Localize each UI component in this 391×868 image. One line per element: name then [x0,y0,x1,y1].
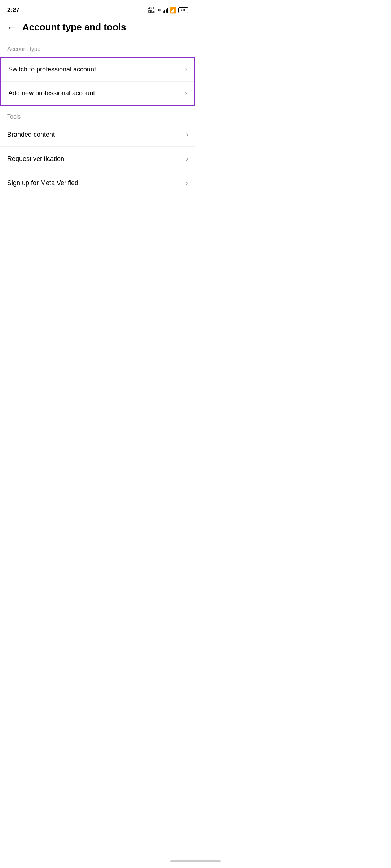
battery-level: 30 [181,8,185,12]
network-data: 48.4KB/s [148,6,155,14]
battery-icon: 30 [178,7,188,13]
branded-content-item[interactable]: Branded content › [0,123,196,147]
add-professional-label: Add new professional account [8,89,95,97]
tools-items: Branded content › Request verification ›… [0,123,196,195]
meta-verified-label: Sign up for Meta Verified [7,179,78,187]
meta-verified-chevron: › [186,179,188,187]
status-icons: 48.4KB/s HD 📶 30 [148,6,188,14]
hd-badge: HD [157,8,161,12]
switch-professional-label: Switch to professional account [8,66,96,73]
account-type-section-label: Account type [0,40,196,55]
tools-section: Tools Branded content › Request verifica… [0,108,196,195]
status-time: 2:27 [7,6,19,14]
signal-icon [163,8,168,13]
request-verification-item[interactable]: Request verification › [0,147,196,171]
account-type-section: Switch to professional account › Add new… [0,57,196,106]
switch-professional-item[interactable]: Switch to professional account › [1,58,194,82]
add-professional-item[interactable]: Add new professional account › [1,82,194,105]
back-button[interactable]: ← [7,23,17,32]
header: ← Account type and tools [0,18,196,40]
meta-verified-item[interactable]: Sign up for Meta Verified › [0,171,196,195]
branded-content-label: Branded content [7,131,55,139]
branded-content-chevron: › [186,131,188,139]
request-verification-label: Request verification [7,155,64,163]
add-professional-chevron: › [185,89,187,97]
tools-section-label: Tools [0,108,196,123]
page-title: Account type and tools [22,22,126,33]
status-bar: 2:27 48.4KB/s HD 📶 30 [0,0,196,18]
switch-professional-chevron: › [185,66,187,73]
request-verification-chevron: › [186,155,188,163]
wifi-icon: 📶 [170,7,177,14]
